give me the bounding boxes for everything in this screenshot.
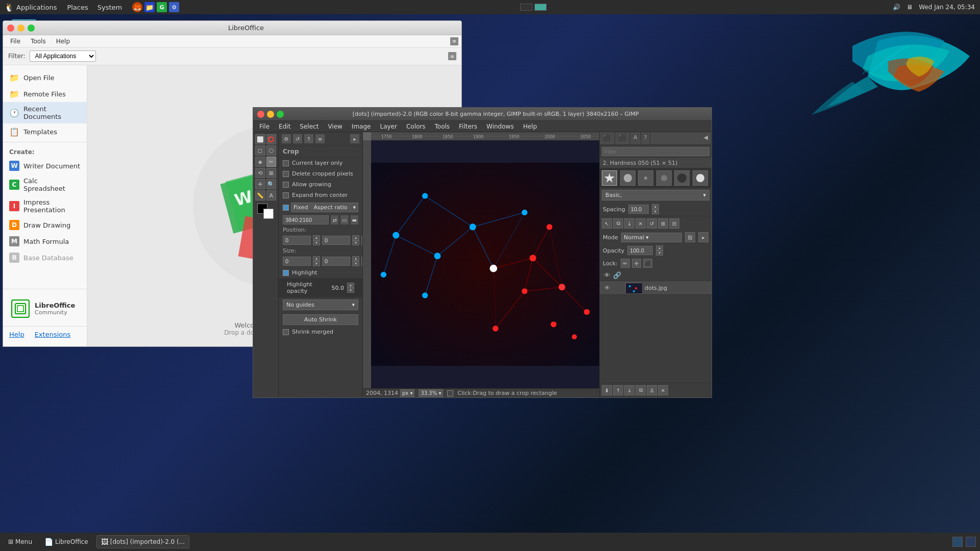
sidebar-item-open-file[interactable]: 📁 Open File xyxy=(3,69,87,86)
sidebar-impress-presentation[interactable]: I Impress Presentation xyxy=(3,195,87,217)
gimp-max-btn[interactable] xyxy=(277,111,284,118)
gimp-menu-image[interactable]: Image xyxy=(348,122,375,131)
position-y-dn[interactable]: ▾ xyxy=(352,240,359,245)
tool-align[interactable]: ⊞ xyxy=(266,168,277,178)
gimp-menu-colors[interactable]: Colors xyxy=(402,122,430,131)
rp-tool-2[interactable]: ⧉ xyxy=(613,218,623,229)
taskbar-menu[interactable]: ⊞ Menu xyxy=(4,536,36,547)
rp-tool-6[interactable]: ⊞ xyxy=(658,218,668,229)
shrink-merged-checkbox[interactable] xyxy=(283,329,289,335)
mode-more[interactable]: ▸ xyxy=(698,232,708,242)
lo-filter-scroll[interactable]: ≡ xyxy=(448,52,456,60)
lo-menu-help[interactable]: Help xyxy=(52,37,74,46)
landscape-icon[interactable]: ▬ xyxy=(351,215,358,224)
highlight-checkbox[interactable] xyxy=(283,270,289,276)
spacing-input[interactable] xyxy=(628,205,649,214)
lock-icon-3[interactable]: ⬛ xyxy=(643,259,652,268)
lo-menu-file[interactable]: File xyxy=(6,37,24,46)
layer-row-dots[interactable]: 👁 dots.jpg xyxy=(600,281,712,295)
tool-measure[interactable]: 📏 xyxy=(255,190,265,201)
rp-tool-3[interactable]: ↓ xyxy=(624,218,634,229)
filter-select[interactable]: All Applications xyxy=(30,51,96,62)
sidebar-base-database[interactable]: B Base Database xyxy=(3,249,87,266)
tool-crop[interactable]: ✂ xyxy=(266,157,277,167)
gimp-menu-select[interactable]: Select xyxy=(296,122,323,131)
footer-dup[interactable]: ⧉ xyxy=(635,385,646,395)
gimp-menu-view[interactable]: View xyxy=(324,122,346,131)
gimp-icon[interactable]: G xyxy=(157,2,167,12)
status-zoom[interactable]: 33.3% ▾ xyxy=(419,389,443,397)
fixed-checkbox[interactable] xyxy=(283,205,289,211)
spacing-up[interactable]: ▴ xyxy=(652,204,659,209)
sidebar-calc-spreadsheet[interactable]: C Calc Spreadsheet xyxy=(3,174,87,195)
size-x-up[interactable]: ▴ xyxy=(313,256,320,261)
sidebar-draw-drawing[interactable]: D Draw Drawing xyxy=(3,217,87,233)
tab-patterns[interactable]: ⬛ xyxy=(615,132,630,144)
taskbar-libreoffice[interactable]: 📄 LibreOffice xyxy=(40,536,92,548)
cp-icon-1[interactable]: ⚙ xyxy=(282,134,291,143)
tool-by-color[interactable]: ◈ xyxy=(255,157,265,167)
tab-brushes[interactable]: ⬛ xyxy=(600,132,615,144)
size-y-up[interactable]: ▴ xyxy=(352,256,359,261)
tool-rect-select[interactable]: ⬜ xyxy=(255,134,265,144)
size-y-input[interactable] xyxy=(322,257,350,266)
brush-mode-dropdown[interactable]: Basic, ▾ xyxy=(602,190,709,201)
layer-dots-eye[interactable]: 👁 xyxy=(603,284,611,292)
status-unit[interactable]: px ▾ xyxy=(400,389,414,397)
expand-center-checkbox[interactable] xyxy=(283,192,289,198)
lock-icon-1[interactable]: ✏ xyxy=(621,259,630,268)
tool-text[interactable]: A xyxy=(266,190,277,201)
bg-color[interactable] xyxy=(263,209,274,219)
sidebar-item-recent-docs[interactable]: 🕐 Recent Documents xyxy=(3,102,87,123)
auto-shrink-btn[interactable]: Auto Shrink xyxy=(283,314,358,325)
footer-new-layer[interactable]: ⬇ xyxy=(602,385,612,395)
brush-item-star[interactable] xyxy=(602,170,617,186)
sidebar-item-remote-files[interactable]: 📁 Remote Files xyxy=(3,86,87,102)
footer-delete[interactable]: ✕ xyxy=(658,385,668,395)
portrait-icon[interactable]: ▭ xyxy=(340,215,348,224)
dev-icon[interactable]: ⚙ xyxy=(169,2,179,12)
lo-min-btn[interactable] xyxy=(17,24,24,32)
help-link[interactable]: Help xyxy=(9,331,24,338)
gimp-menu-tools[interactable]: Tools xyxy=(431,122,454,131)
opacity-main-dn[interactable]: ▾ xyxy=(656,251,663,256)
tool-fuzzy-select[interactable]: ⬡ xyxy=(266,145,277,156)
lo-max-btn[interactable] xyxy=(28,24,35,32)
brush-item-medium[interactable] xyxy=(656,170,672,186)
gimp-menu-help[interactable]: Help xyxy=(519,122,541,131)
footer-raise[interactable]: ↑ xyxy=(613,385,623,395)
filter-input[interactable] xyxy=(602,147,709,156)
extensions-link[interactable]: Extensions xyxy=(35,331,71,338)
gimp-menu-windows[interactable]: Windows xyxy=(482,122,518,131)
tab-fonts[interactable]: A xyxy=(630,132,641,144)
size-x-input[interactable] xyxy=(283,257,311,266)
lo-scroll-btn[interactable]: ≡ xyxy=(450,37,458,45)
files-icon[interactable]: 📁 xyxy=(144,2,155,12)
lo-menu-tools[interactable]: Tools xyxy=(27,37,50,46)
lo-close-btn[interactable] xyxy=(7,24,14,32)
swap-icon[interactable]: ⇄ xyxy=(331,215,338,224)
gimp-menu-file[interactable]: File xyxy=(255,122,274,131)
brush-item-circle[interactable] xyxy=(620,170,635,186)
tool-move[interactable]: ✛ xyxy=(255,179,265,189)
cp-expand[interactable]: ▸ xyxy=(350,134,359,143)
rp-tool-4[interactable]: ✕ xyxy=(635,218,646,229)
footer-lower[interactable]: ↓ xyxy=(624,385,634,395)
volume-icon[interactable]: 🔊 xyxy=(893,4,900,11)
dimension-input[interactable] xyxy=(283,215,329,224)
spacing-dn[interactable]: ▾ xyxy=(652,209,659,214)
sidebar-math-formula[interactable]: M Math Formula xyxy=(3,233,87,249)
tab-more[interactable]: ? xyxy=(641,132,651,144)
opacity-main-up[interactable]: ▴ xyxy=(656,245,663,251)
cp-icon-3[interactable]: ↑ xyxy=(304,134,313,143)
layer-link-icon[interactable]: 🔗 xyxy=(613,271,621,279)
layer-dots-link[interactable] xyxy=(614,284,622,292)
current-layer-checkbox[interactable] xyxy=(283,160,289,166)
workspace-icon[interactable] xyxy=(952,537,963,547)
apps-menu[interactable]: 🐧 Applications xyxy=(0,0,61,14)
display-icon[interactable]: 🖥 xyxy=(906,4,913,11)
sidebar-item-templates[interactable]: 📋 Templates xyxy=(3,123,87,140)
tool-transform[interactable]: ⟲ xyxy=(255,168,265,178)
mode-select[interactable]: Normal ▾ xyxy=(621,233,682,242)
places-nav[interactable]: Places xyxy=(63,3,92,12)
